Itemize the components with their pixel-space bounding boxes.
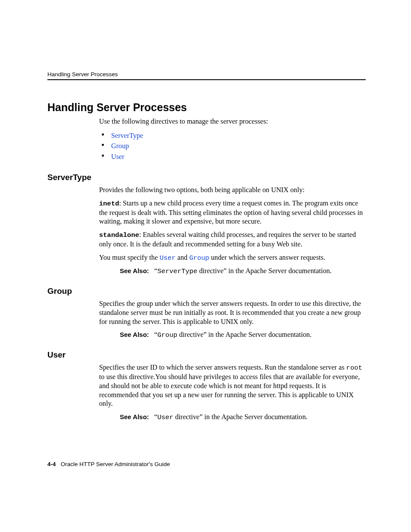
servertype-standalone: standalone: Enables several waiting chil…	[99, 230, 366, 249]
servertype-intro: Provides the following two options, both…	[99, 186, 366, 195]
text-fragment: Specifies the user ID to which the serve…	[99, 364, 346, 371]
servertype-inetd: inetd: Starts up a new child process eve…	[99, 199, 366, 226]
servertype-mustspecify: You must specify the User and Group unde…	[99, 253, 366, 263]
text-fragment: and	[176, 254, 189, 261]
heading-servertype: ServerType	[47, 173, 366, 182]
see-also-servertype: See Also: “ServerType directive” in the …	[120, 267, 335, 276]
link-user-inline[interactable]: User	[159, 254, 175, 262]
group-block: Specifies the group under which the serv…	[99, 299, 366, 340]
intro-text: Use the following directives to manage t…	[99, 117, 366, 126]
intro-block: Use the following directives to manage t…	[99, 117, 366, 162]
see-also-user: See Also: “User directive” in the Apache…	[120, 413, 361, 422]
text-fragment: to use this directive.You should have pr…	[99, 373, 360, 408]
inetd-text: : Starts up a new child process every ti…	[99, 199, 363, 226]
page-number: 4-4	[47, 461, 56, 467]
list-item: ServerType	[99, 131, 366, 141]
see-also-rest: directive” in the Apache Server document…	[173, 413, 308, 421]
servertype-block: Provides the following two options, both…	[99, 186, 366, 276]
text-fragment: You must specify the	[99, 254, 159, 261]
book-title: Oracle HTTP Server Administrator's Guide	[61, 461, 170, 467]
see-also-code: User	[157, 414, 173, 421]
see-also-label: See Also:	[120, 413, 149, 420]
see-also-rest: directive” in the Apache Server document…	[177, 331, 312, 339]
list-item: User	[99, 152, 366, 162]
text-fragment: under which the servers answer requests.	[209, 254, 325, 261]
heading-group: Group	[47, 286, 366, 296]
document-page: Handling Server Processes Handling Serve…	[0, 0, 411, 532]
heading-user: User	[47, 350, 366, 360]
link-servertype[interactable]: ServerType	[111, 132, 143, 140]
see-also-label: See Also:	[120, 331, 149, 338]
see-also-label: See Also:	[120, 267, 149, 274]
see-also-code: ServerType	[157, 268, 197, 275]
see-also-code: Group	[157, 331, 177, 339]
link-group-inline[interactable]: Group	[189, 254, 209, 262]
user-text: Specifies the user ID to which the serve…	[99, 363, 366, 408]
root-code: root	[346, 364, 362, 372]
list-item: Group	[99, 141, 366, 152]
standalone-label: standalone	[99, 231, 139, 239]
group-text: Specifies the group under which the serv…	[99, 299, 366, 326]
link-group[interactable]: Group	[111, 142, 129, 150]
see-also-rest: directive” in the Apache Server document…	[197, 267, 332, 275]
header-rule	[47, 79, 366, 80]
running-head: Handling Server Processes	[47, 71, 118, 78]
user-block: Specifies the user ID to which the serve…	[99, 363, 366, 422]
page-footer: 4-4 Oracle HTTP Server Administrator's G…	[47, 461, 170, 467]
inetd-label: inetd	[99, 200, 119, 208]
page-title: Handling Server Processes	[47, 101, 366, 114]
link-user[interactable]: User	[111, 153, 125, 161]
directive-list: ServerType Group User	[99, 131, 366, 162]
see-also-group: See Also: “Group directive” in the Apach…	[120, 330, 335, 340]
